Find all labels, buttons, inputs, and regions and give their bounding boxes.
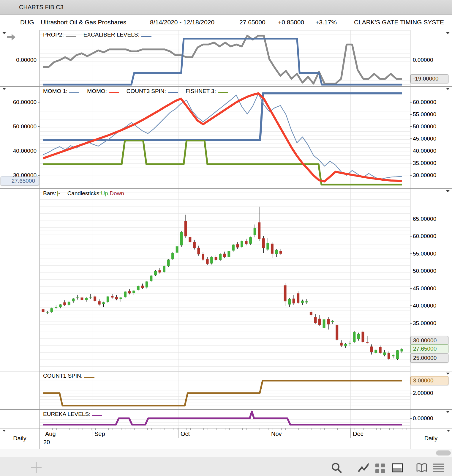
timeframe-dropdown-icon[interactable] bbox=[447, 430, 450, 432]
candle-up bbox=[146, 281, 148, 287]
panel-collapse-icon[interactable] bbox=[446, 411, 450, 413]
candle-down bbox=[223, 254, 226, 257]
candle-down bbox=[262, 238, 265, 248]
panel-collapse-icon[interactable] bbox=[2, 32, 6, 34]
y-axis-label: 65.00000 bbox=[413, 216, 436, 222]
legend-swatch bbox=[84, 377, 94, 378]
candle-down bbox=[327, 319, 330, 324]
value-box: 25.00000 bbox=[410, 354, 448, 362]
candle-down bbox=[370, 346, 373, 352]
charting-app-window: CHARTS FIB C3 DUG Ultrashort Oil & Gas P… bbox=[0, 0, 452, 476]
month-label: Aug bbox=[45, 430, 56, 438]
timeframe-label: Daily bbox=[13, 435, 26, 442]
month-separator bbox=[269, 428, 269, 438]
panel-layout-icon[interactable] bbox=[391, 461, 404, 474]
menu-lines-icon[interactable] bbox=[432, 461, 445, 474]
plot-area-momo-count3-fishnet[interactable] bbox=[39, 87, 410, 188]
candle-down bbox=[336, 325, 338, 340]
candle-down bbox=[158, 270, 161, 272]
month-label: Dec bbox=[353, 430, 364, 438]
candle-up bbox=[353, 332, 355, 342]
panel-collapse-icon[interactable] bbox=[2, 88, 6, 90]
candle-down bbox=[293, 299, 295, 303]
panel-border bbox=[0, 409, 452, 410]
candle-up bbox=[119, 297, 122, 299]
y-axis-label: 45.00000 bbox=[413, 135, 436, 142]
panel-border bbox=[0, 30, 452, 30]
candle-up bbox=[249, 237, 252, 244]
legend-swatch bbox=[218, 92, 228, 93]
candle-down bbox=[141, 286, 144, 288]
legend-swatch bbox=[66, 36, 76, 37]
system-name: CLARK'S GATE TIMING SYSTE bbox=[354, 15, 452, 30]
timeframe-label: Daily bbox=[424, 435, 437, 442]
year-row-divider bbox=[39, 438, 410, 438]
timeframe-selector-right[interactable]: Daily bbox=[410, 428, 452, 449]
y-axis-label: 50.00000 bbox=[413, 268, 436, 274]
candle-down bbox=[236, 244, 239, 248]
legend-label: FISHNET 3: bbox=[186, 88, 216, 94]
legend-label: Bars: bbox=[43, 190, 56, 197]
candle-down bbox=[279, 251, 282, 253]
legend-label: MOMO 1: bbox=[43, 88, 67, 94]
month-separator bbox=[92, 428, 92, 438]
zoom-icon[interactable] bbox=[330, 461, 343, 474]
last-price: 27.65000 bbox=[239, 15, 265, 30]
security-name: Ultrashort Oil & Gas Proshares bbox=[41, 15, 126, 30]
horizontal-scrollbar bbox=[0, 449, 452, 457]
panel-border bbox=[0, 449, 452, 449]
plot-area-price-candles[interactable] bbox=[39, 189, 410, 370]
book-icon[interactable] bbox=[415, 461, 428, 474]
candle-up bbox=[154, 271, 157, 275]
series-fishnet-3 bbox=[43, 141, 402, 185]
timeframe-dropdown-icon[interactable] bbox=[2, 430, 6, 432]
legend-label: Candlesticks: bbox=[67, 190, 101, 197]
candle-down bbox=[362, 332, 364, 342]
legend-label: - bbox=[58, 190, 60, 197]
title-bar: CHARTS FIB C3 bbox=[0, 0, 452, 15]
y-axis-label: 35.00000 bbox=[413, 320, 436, 327]
candle-down bbox=[388, 353, 390, 359]
candle-down bbox=[128, 291, 131, 293]
candle-down bbox=[189, 237, 191, 242]
candle-up bbox=[59, 305, 62, 307]
line-chart-icon[interactable] bbox=[357, 461, 370, 474]
legend-eureka-levels: EUREKA LEVELS: bbox=[43, 410, 110, 418]
candle-down bbox=[318, 319, 321, 325]
legend-label: COUNT3 SPIN: bbox=[127, 88, 166, 94]
panel-border bbox=[0, 428, 452, 428]
candle-up bbox=[72, 299, 75, 301]
candle-up bbox=[383, 352, 386, 355]
candle-up bbox=[232, 245, 235, 250]
legend-label: Up bbox=[101, 190, 108, 197]
panel-collapse-icon[interactable] bbox=[446, 32, 450, 34]
value-box: 27.65000 bbox=[410, 344, 448, 353]
panel-border bbox=[0, 371, 452, 371]
candle-down bbox=[184, 221, 187, 237]
panel-border bbox=[0, 188, 452, 189]
crosshair-plus-icon[interactable] bbox=[30, 461, 43, 474]
pointer-arrow-icon bbox=[7, 33, 16, 41]
panel-collapse-icon[interactable] bbox=[446, 88, 450, 90]
timeframe-selector-left[interactable]: Daily bbox=[0, 428, 40, 449]
candle-down bbox=[379, 347, 382, 353]
candle-down bbox=[98, 301, 101, 305]
candle-down bbox=[63, 302, 66, 305]
window-title: CHARTS FIB C3 bbox=[19, 0, 64, 14]
scrollbar-thumb[interactable] bbox=[436, 450, 451, 455]
toolbar-separator bbox=[350, 461, 350, 475]
candle-up bbox=[396, 350, 399, 359]
grid-view-icon[interactable] bbox=[374, 461, 387, 474]
legend-label: EXCALIBER LEVELS: bbox=[83, 31, 140, 38]
y-axis-label: 30.00000 bbox=[413, 172, 436, 179]
value-box: -19.00000 bbox=[410, 74, 448, 83]
candle-down bbox=[197, 248, 200, 254]
candle-up bbox=[275, 250, 278, 254]
right-axis-divider bbox=[410, 30, 410, 449]
legend-swatch bbox=[109, 92, 119, 93]
candle-up bbox=[301, 301, 304, 303]
panel-collapse-icon[interactable] bbox=[446, 190, 450, 192]
legend-momo-count3-fishnet: MOMO 1:MOMO:COUNT3 SPIN:FISHNET 3: bbox=[43, 87, 236, 95]
panel-collapse-icon[interactable] bbox=[446, 373, 450, 375]
date-range: 8/14/2020 - 12/18/2020 bbox=[150, 15, 214, 30]
